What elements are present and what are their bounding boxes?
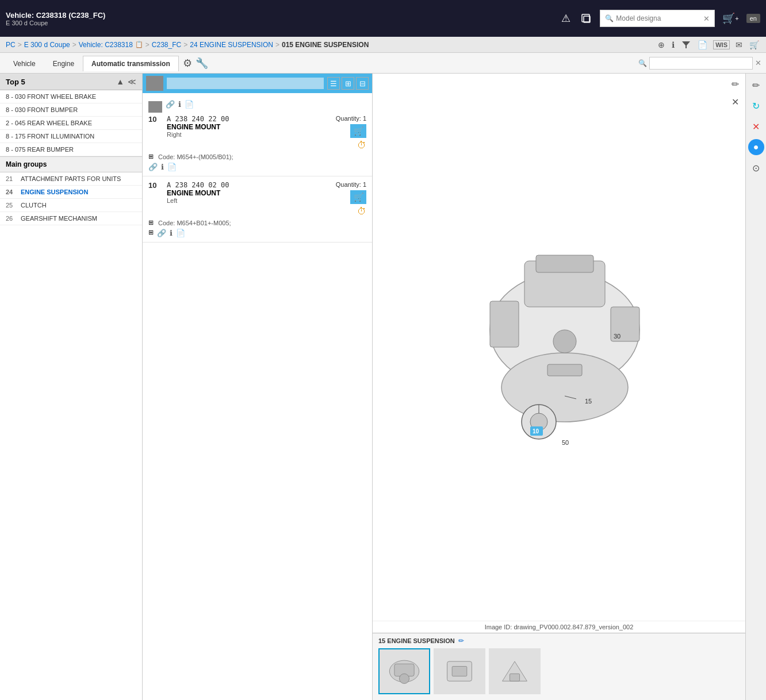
cart-wrapper: 🛒+	[721, 10, 740, 26]
part-bottom-icons-1: ⊞ 🔗 ℹ 📄	[148, 229, 366, 237]
top5-item-2[interactable]: 2 - 045 REAR WHEEL BRAKE	[0, 117, 142, 130]
cart-breadcrumb-btn[interactable]: 🛒	[748, 39, 760, 51]
far-right-edit-btn[interactable]: ✏	[748, 77, 764, 93]
parts-color-swatch	[146, 76, 163, 91]
group-list: 21 ATTACHMENT PARTS FOR UNITS 24 ENGINE …	[0, 172, 142, 700]
warning-icon-btn[interactable]: ⚠	[560, 10, 572, 26]
breadcrumb-pc[interactable]: PC	[6, 41, 16, 49]
top5-item-1[interactable]: 8 - 030 FRONT BUMPER	[0, 103, 142, 117]
part-info-btn-1[interactable]: ℹ	[170, 229, 173, 237]
filter-icon	[681, 40, 691, 49]
vehicle-info-icon[interactable]: 📋	[135, 41, 143, 48]
header-info: Vehicle: C238318 (C238_FC) E 300 d Coupe	[6, 11, 105, 26]
tab-automatic-transmission[interactable]: Automatic transmission	[83, 56, 179, 71]
svg-text:50: 50	[562, 439, 569, 446]
model-search-input[interactable]	[616, 14, 703, 22]
part-link-btn-0[interactable]: 🔗	[166, 100, 175, 109]
cart-icon-btn[interactable]: 🛒+	[721, 10, 740, 26]
part-info-btn-0[interactable]: ℹ	[178, 100, 181, 109]
bottom-thumbnails-area: 15 ENGINE SUSPENSION ✏	[373, 633, 745, 700]
right-panel: ✏ ✕	[373, 74, 745, 700]
info-btn[interactable]: ℹ	[671, 39, 676, 51]
close-diagram-btn[interactable]: ✕	[727, 94, 743, 110]
breadcrumb-vehicle[interactable]: Vehicle: C238318	[79, 41, 133, 49]
search-icon: 🔍	[605, 14, 614, 22]
wis-btn[interactable]: WIS	[713, 40, 730, 49]
far-right-dot-btn[interactable]: ⊙	[748, 160, 764, 176]
group-item-25[interactable]: 25 CLUTCH	[0, 199, 142, 212]
tab-search-icon: 🔍	[638, 59, 647, 67]
tab-vehicle[interactable]: Vehicle	[5, 56, 44, 71]
far-right-close-btn[interactable]: ✕	[748, 118, 764, 134]
part-info2-btn-0[interactable]: ℹ	[161, 163, 164, 171]
tab-icon-1[interactable]: ⚙	[181, 55, 194, 71]
thumbnail-svg-1	[384, 654, 424, 689]
zoom-in-btn[interactable]: ⊕	[657, 39, 666, 51]
copy-icon-btn[interactable]	[578, 10, 594, 26]
breadcrumb-engine-susp[interactable]: 24 ENGINE SUSPENSION	[190, 41, 273, 49]
parts-search-input[interactable]	[167, 78, 324, 89]
header-actions: ⚠ 🔍 ✕ 🛒+ en	[560, 10, 760, 27]
diagram-toolbar: ✏ ✕	[725, 74, 745, 112]
tab-icon-2[interactable]: 🔧	[194, 55, 210, 71]
section-edit-btn[interactable]: ✏	[458, 637, 464, 645]
thumbnail-row	[378, 648, 740, 694]
far-right-circle-btn[interactable]: ●	[748, 139, 764, 155]
edit-diagram-btn[interactable]: ✏	[727, 76, 743, 92]
clock-btn-0[interactable]: ⏱	[357, 140, 366, 151]
tab-search-area: 🔍 ✕	[638, 57, 761, 70]
doc-btn[interactable]: 📄	[696, 39, 708, 51]
svg-text:15: 15	[585, 398, 592, 405]
group-item-26[interactable]: 26 GEARSHIFT MECHANISM	[0, 212, 142, 225]
top5-header: Top 5 ▲ ≪	[0, 74, 142, 90]
part-link2-btn-0[interactable]: 🔗	[148, 163, 158, 171]
thumbnail-svg-2	[439, 654, 480, 689]
right-section: ✏ ✕	[373, 74, 766, 700]
tab-engine[interactable]: Engine	[44, 56, 83, 71]
top5-expand-btn[interactable]: ≪	[128, 77, 136, 86]
thumbnail-1[interactable]	[378, 648, 430, 694]
top5-item-3[interactable]: 8 - 175 FRONT ILLUMINATION	[0, 130, 142, 143]
breadcrumb-fc[interactable]: C238_FC	[152, 41, 181, 49]
language-badge[interactable]: en	[746, 14, 760, 23]
part-item-1: 10 A 238 240 02 00 ENGINE MOUNT Left Qua…	[143, 176, 372, 243]
expand-view-btn[interactable]: ⊟	[356, 77, 369, 90]
list-view-btn[interactable]: ☰	[327, 77, 340, 90]
main-groups-title: Main groups	[0, 156, 142, 172]
group-item-21[interactable]: 21 ATTACHMENT PARTS FOR UNITS	[0, 172, 142, 186]
svg-rect-6	[490, 301, 519, 347]
part-header-1: 10 A 238 240 02 00 ENGINE MOUNT Left Qua…	[148, 181, 366, 217]
svg-text:10: 10	[533, 428, 539, 434]
add-to-cart-btn-0[interactable]: 🛒	[350, 124, 366, 138]
part-item-0: 🔗 ℹ 📄 10 A 238 240 22 00 ENGINE MOUNT Ri…	[143, 95, 372, 176]
breadcrumb-model[interactable]: E 300 d Coupe	[24, 41, 70, 49]
add-to-cart-btn-1[interactable]: 🛒	[350, 190, 366, 204]
filter-btn[interactable]	[680, 39, 692, 51]
thumbnail-3[interactable]	[489, 648, 541, 694]
clock-btn-1[interactable]: ⏱	[357, 206, 366, 217]
middle-panel: ☰ ⊞ ⊟ 🔗 ℹ 📄	[143, 74, 373, 700]
part-doc-btn-0[interactable]: 📄	[185, 100, 194, 109]
far-right-refresh-btn[interactable]: ↻	[748, 98, 764, 114]
top5-list: 8 - 030 FRONT WHEEL BRAKE 8 - 030 FRONT …	[0, 90, 142, 156]
vehicle-subtitle: E 300 d Coupe	[6, 20, 105, 26]
group-item-24[interactable]: 24 ENGINE SUSPENSION	[0, 186, 142, 199]
grid-view-btn[interactable]: ⊞	[342, 77, 354, 90]
main-layout: Top 5 ▲ ≪ 8 - 030 FRONT WHEEL BRAKE 8 - …	[0, 74, 766, 700]
part-doc2-btn-0[interactable]: 📄	[167, 163, 177, 171]
svg-point-9	[553, 330, 576, 353]
tab-search-input[interactable]	[649, 57, 753, 70]
svg-marker-2	[682, 41, 690, 48]
svg-rect-26	[510, 674, 519, 681]
vehicle-title: Vehicle: C238318 (C238_FC)	[6, 11, 105, 20]
tab-search-clear-btn[interactable]: ✕	[755, 59, 761, 67]
top5-item-0[interactable]: 8 - 030 FRONT WHEEL BRAKE	[0, 90, 142, 103]
part-doc-btn-1[interactable]: 📄	[176, 229, 185, 237]
mail-btn[interactable]: ✉	[734, 39, 744, 51]
thumbnail-2[interactable]	[434, 648, 485, 694]
top5-item-4[interactable]: 8 - 075 REAR BUMPER	[0, 143, 142, 156]
top5-collapse-btn[interactable]: ▲	[116, 77, 124, 86]
image-id-bar: Image ID: drawing_PV000.002.847.879_vers…	[373, 621, 745, 633]
part-link-btn-1[interactable]: 🔗	[157, 229, 166, 237]
clear-search-btn[interactable]: ✕	[703, 14, 710, 23]
